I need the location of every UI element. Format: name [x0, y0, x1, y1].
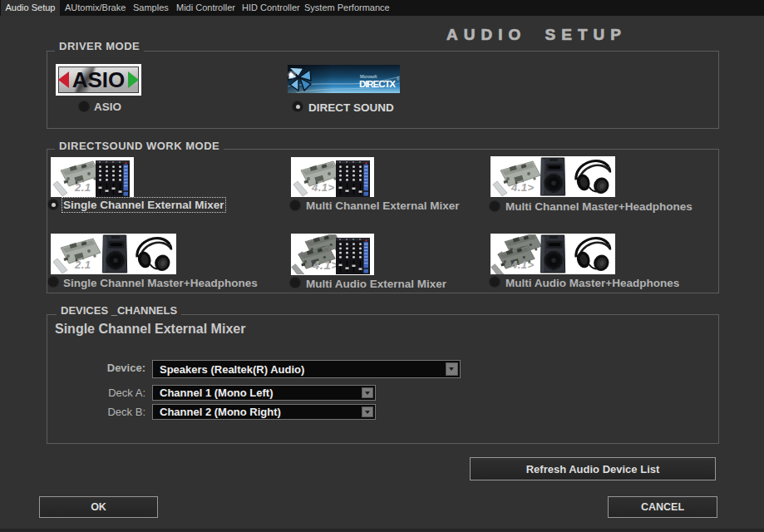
svg-text:DIRECTX: DIRECTX: [359, 79, 396, 89]
